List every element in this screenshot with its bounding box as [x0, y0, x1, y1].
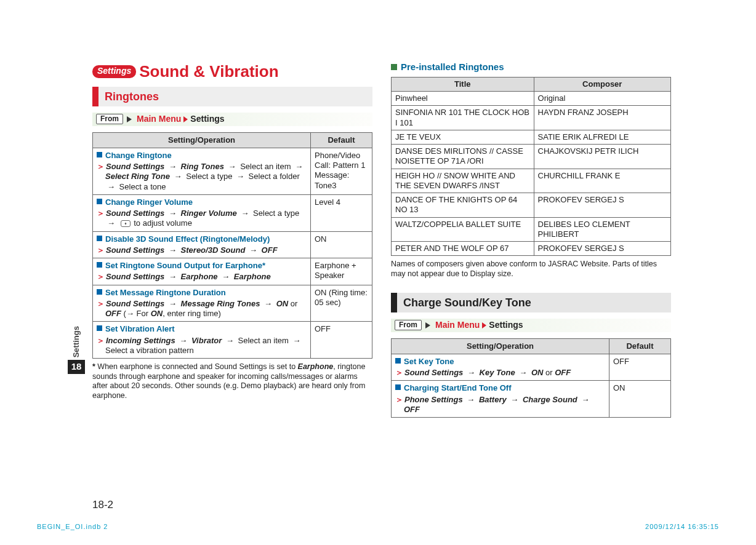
- col-setting: Setting/Operation: [392, 338, 609, 354]
- table-row: SINFONIA NR 101 THE CLOCK HOB I 101 HAYD…: [392, 106, 671, 130]
- table-row: DANSE DES MIRLITONS // CASSE NOISETTE OP…: [392, 145, 671, 169]
- default-cell: OFF: [609, 354, 671, 381]
- tone-title: SINFONIA NR 101 THE CLOCK HOB I 101: [392, 106, 534, 130]
- setting-procedure: Sound Settings → Key Tone → ON or OFF: [395, 368, 605, 378]
- tone-title: HEIGH HO // SNOW WHITE AND THE SEVEN DWA…: [392, 169, 534, 193]
- setting-title: Change Ringer Volume: [97, 197, 307, 207]
- setting-title: Set Key Tone: [395, 357, 605, 367]
- tone-composer: SATIE ERIK ALFREDI LE: [534, 130, 670, 144]
- page-number: 18-2: [92, 498, 113, 511]
- charge-sound-subhead: Charge Sound/Key Tone: [391, 293, 671, 313]
- table-row: Disable 3D Sound Effect (Ringtone/Melody…: [93, 231, 372, 258]
- side-tab: Settings 18: [69, 326, 84, 374]
- setting-procedure: Sound Settings → Message Ring Tones → ON…: [97, 299, 307, 319]
- tone-composer: CHURCHILL FRANK E: [534, 169, 670, 193]
- default-cell: Earphone + Speaker: [311, 258, 372, 285]
- table-row: JE TE VEUX SATIE ERIK ALFREDI LE: [392, 130, 671, 144]
- setting-procedure: Phone Settings → Battery → Charge Sound …: [395, 395, 605, 415]
- setting-cell: Charging Start/End Tone Off Phone Settin…: [392, 381, 609, 418]
- tone-title: DANCE OF THE KNIGHTS OP 64 NO 13: [392, 193, 534, 218]
- triangle-right-icon: [482, 322, 486, 328]
- default-cell: ON (Ring time: 05 sec): [311, 285, 372, 322]
- default-cell: OFF: [311, 322, 372, 359]
- setting-cell: Change Ringer Volume Sound Settings → Ri…: [93, 194, 311, 231]
- setting-cell: Set Message Ringtone Duration Sound Sett…: [93, 285, 311, 322]
- breadcrumb-from: From Main Menu Settings: [92, 113, 372, 126]
- tone-title: Pinwheel: [392, 92, 534, 106]
- square-bullet-icon: [391, 62, 401, 72]
- triangle-right-icon: [183, 116, 188, 122]
- table-row: Set Message Ringtone Duration Sound Sett…: [93, 285, 372, 322]
- footnote-text: When earphone is connected and Sound Set…: [92, 362, 365, 400]
- imprint-right: 2009/12/14 16:35:15: [645, 523, 719, 531]
- tone-title: DANSE DES MIRLITONS // CASSE NOISETTE OP…: [392, 145, 534, 169]
- tone-composer: Original: [534, 92, 670, 106]
- from-badge: From: [96, 114, 123, 124]
- breadcrumb-from-2: From Main Menu Settings: [391, 319, 671, 332]
- page-body: Settings Sound & Vibration Ringtones Fro…: [92, 62, 671, 492]
- setting-title: Charging Start/End Tone Off: [395, 383, 605, 393]
- setting-procedure: Sound Settings → Stereo/3D Sound → OFF: [97, 245, 307, 255]
- table-row: HEIGH HO // SNOW WHITE AND THE SEVEN DWA…: [392, 169, 671, 193]
- section-heading: Settings Sound & Vibration: [92, 62, 372, 82]
- side-tab-label: Settings: [71, 326, 81, 357]
- tone-title: JE TE VEUX: [392, 130, 534, 144]
- table-row: Set Ringtone Sound Output for Earphone* …: [93, 258, 372, 285]
- default-cell: Phone/Video Call: Pattern 1Message: Tone…: [311, 148, 372, 194]
- from-tail: Settings: [190, 114, 224, 125]
- col-title: Title: [392, 77, 534, 91]
- tone-composer: PROKOFEV SERGEJ S: [534, 193, 670, 218]
- setting-cell: Disable 3D Sound Effect (Ringtone/Melody…: [93, 231, 311, 258]
- table-row: Set Key Tone Sound Settings → Key Tone →…: [392, 354, 671, 381]
- section-title: Sound & Vibration: [139, 62, 278, 82]
- table-row: Charging Start/End Tone Off Phone Settin…: [392, 381, 671, 418]
- setting-title: Disable 3D Sound Effect (Ringtone/Melody…: [97, 234, 307, 244]
- left-column: Settings Sound & Vibration Ringtones Fro…: [92, 62, 372, 492]
- settings-chip: Settings: [92, 65, 136, 78]
- ringtones-subhead: Ringtones: [92, 87, 372, 107]
- table-row: Change Ringer Volume Sound Settings → Ri…: [93, 194, 372, 231]
- right-column: Pre-installed Ringtones Title Composer P…: [391, 62, 671, 492]
- composer-note: Names of composers given above conform t…: [391, 260, 671, 279]
- nav-key-icon: [121, 220, 131, 227]
- from-badge: From: [395, 320, 422, 330]
- col-setting: Setting/Operation: [93, 132, 311, 148]
- side-tab-number: 18: [68, 360, 85, 374]
- tone-composer: HAYDN FRANZ JOSEPH: [534, 106, 670, 130]
- col-default: Default: [609, 338, 671, 354]
- table-row: PETER AND THE WOLF OP 67 PROKOFEV SERGEJ…: [392, 242, 671, 256]
- tone-composer: CHAJKOVSKIJ PETR ILICH: [534, 145, 670, 169]
- setting-title: Set Message Ringtone Duration: [97, 288, 307, 298]
- settings-table: Setting/Operation Default Change Rington…: [92, 132, 372, 359]
- tone-title: WALTZ/COPPELIA BALLET SUITE: [392, 217, 534, 242]
- setting-cell: Change Ringtone Sound Settings → Ring To…: [93, 148, 311, 194]
- setting-cell: Set Key Tone Sound Settings → Key Tone →…: [392, 354, 609, 381]
- from-menu: Main Menu: [435, 320, 480, 331]
- default-cell: ON: [609, 381, 671, 418]
- col-default: Default: [311, 132, 372, 148]
- setting-title: Change Ringtone: [97, 151, 307, 161]
- tone-title: PETER AND THE WOLF OP 67: [392, 242, 534, 256]
- setting-cell: Set Ringtone Sound Output for Earphone* …: [93, 258, 311, 285]
- earphone-footnote: * When earphone is connected and Sound S…: [92, 362, 372, 401]
- tone-composer: DELIBES LEO CLEMENT PHILIBERT: [534, 217, 670, 242]
- chevron-right-icon: [425, 322, 430, 328]
- table-row: Set Vibration Alert Incoming Settings → …: [93, 322, 372, 359]
- setting-procedure: Sound Settings → Ring Tones → Select an …: [97, 162, 307, 192]
- setting-procedure: Sound Settings → Ringer Volume → Select …: [97, 209, 307, 229]
- setting-cell: Set Vibration Alert Incoming Settings → …: [93, 322, 311, 359]
- setting-title: Set Ringtone Sound Output for Earphone*: [97, 261, 307, 271]
- table-row: Change Ringtone Sound Settings → Ring To…: [93, 148, 372, 194]
- chevron-right-icon: [127, 116, 132, 122]
- default-cell: ON: [311, 231, 372, 258]
- table-row: Pinwheel Original: [392, 92, 671, 106]
- tone-composer: PROKOFEV SERGEJ S: [534, 242, 670, 256]
- from-tail: Settings: [489, 320, 523, 331]
- imprint-left: BEGIN_E_OI.indb 2: [37, 523, 108, 531]
- col-composer: Composer: [534, 77, 670, 91]
- from-menu: Main Menu: [137, 114, 181, 125]
- settings-table-2: Setting/Operation Default Set Key Tone S…: [391, 338, 671, 418]
- preinstalled-heading: Pre-installed Ringtones: [391, 62, 671, 73]
- setting-title: Set Vibration Alert: [97, 324, 307, 334]
- table-row: DANCE OF THE KNIGHTS OP 64 NO 13 PROKOFE…: [392, 193, 671, 218]
